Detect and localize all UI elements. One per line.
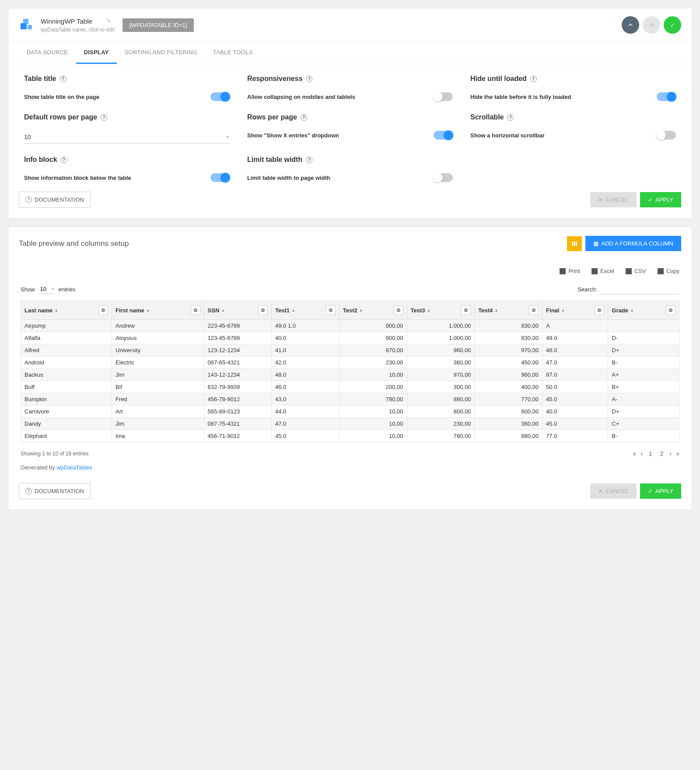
table-cell: 900,00	[339, 320, 407, 332]
edit-name-icon[interactable]: ✎	[106, 18, 112, 24]
page-last[interactable]: »	[676, 450, 679, 457]
setting-rows-per-page-label: Rows per page	[247, 113, 297, 121]
help-icon[interactable]: ?	[101, 114, 107, 121]
table-name-input[interactable]	[41, 18, 102, 25]
column-header[interactable]: SSN▲⚙	[204, 301, 271, 320]
column-header[interactable]: Test3▲⚙	[407, 301, 475, 320]
table-cell: 830,00	[475, 332, 542, 344]
default-rows-select[interactable]: 10▼	[24, 131, 230, 144]
column-settings-icon[interactable]: ⚙	[595, 305, 604, 315]
export-excel[interactable]: Excel	[592, 268, 614, 274]
column-header[interactable]: Test1▲⚙	[272, 301, 340, 320]
table-cell: 45.0	[542, 418, 608, 430]
table-cell: 087-65-4321	[204, 357, 271, 369]
toggle-scrollable[interactable]	[657, 131, 676, 140]
toggle-responsiveness[interactable]	[434, 92, 453, 101]
column-settings-icon[interactable]: ⚙	[461, 305, 471, 315]
table-cell: 960,00	[407, 344, 475, 357]
table-row: BackusJim143-12-123448.010,00970,00960,0…	[21, 369, 679, 381]
table-row: AlfalfaAloysius123-45-678940.0900,001.00…	[21, 332, 679, 344]
column-settings-icon[interactable]: ⚙	[191, 305, 200, 315]
documentation-button[interactable]: ?DOCUMENTATION	[19, 483, 91, 499]
toggle-hide-loaded[interactable]	[657, 92, 676, 101]
search-input[interactable]	[601, 284, 679, 294]
table-cell: 800,00	[407, 406, 475, 418]
search-label: Search:	[578, 286, 597, 293]
apply-button[interactable]: ✓ APPLY	[640, 483, 681, 499]
table-cell: 10,00	[339, 406, 407, 418]
table-cell: 087-75-4321	[204, 418, 271, 430]
chevron-down-icon: ▼	[225, 135, 230, 140]
table-cell: 46.0	[272, 381, 340, 393]
column-settings-icon[interactable]: ⚙	[326, 305, 336, 315]
sort-icon: ▲	[291, 308, 295, 312]
column-settings-icon[interactable]: ⚙	[98, 305, 108, 315]
cancel-button[interactable]: ✕ CANCEL	[590, 192, 637, 207]
help-icon[interactable]: ?	[306, 157, 312, 163]
table-cell: 47.0	[542, 357, 608, 369]
page-2[interactable]: 2	[658, 449, 665, 458]
columns-button[interactable]	[567, 236, 582, 251]
column-header[interactable]: Test4▲⚙	[475, 301, 542, 320]
generated-link[interactable]: wpDataTables	[56, 464, 92, 471]
close-button[interactable]: ✕	[643, 16, 660, 34]
table-row: CarnivoreArt565-89-012344.010,00800,0060…	[21, 406, 679, 418]
pagination: « ‹ 1 2 › »	[633, 449, 679, 458]
setting-table-title-desc: Show table title on the page	[24, 94, 99, 100]
help-icon[interactable]: ?	[306, 76, 312, 82]
csv-icon	[626, 268, 632, 274]
column-header[interactable]: Test2▲⚙	[339, 301, 407, 320]
column-settings-icon[interactable]: ⚙	[666, 305, 676, 315]
table-cell: Elephant	[21, 430, 112, 442]
sort-icon: ▲	[494, 308, 498, 312]
tab-display[interactable]: DISPLAY	[76, 42, 117, 64]
page-1[interactable]: 1	[647, 449, 654, 458]
toggle-table-title[interactable]	[210, 92, 230, 101]
tab-sorting-filtering[interactable]: SORTING AND FILTERING	[117, 42, 205, 64]
toggle-info-block[interactable]	[210, 173, 230, 182]
table-cell: 40.0	[272, 332, 340, 344]
column-settings-icon[interactable]: ⚙	[258, 305, 268, 315]
column-settings-icon[interactable]: ⚙	[394, 305, 403, 315]
cancel-button[interactable]: ✕ CANCEL	[590, 483, 637, 499]
column-header[interactable]: First name▲⚙	[112, 301, 204, 320]
page-first[interactable]: «	[633, 450, 636, 457]
column-settings-icon[interactable]: ⚙	[529, 305, 539, 315]
help-icon[interactable]: ?	[507, 114, 514, 121]
excel-icon	[592, 268, 598, 274]
help-icon[interactable]: ?	[301, 114, 307, 121]
table-cell: Buff	[21, 381, 112, 393]
column-header[interactable]: Grade▲⚙	[608, 301, 679, 320]
export-copy[interactable]: Copy	[658, 268, 679, 274]
documentation-button[interactable]: ?DOCUMENTATION	[19, 192, 91, 208]
apply-button[interactable]: ✓ APPLY	[640, 192, 681, 207]
export-print[interactable]: Print	[560, 268, 580, 274]
help-icon[interactable]: ?	[530, 76, 537, 82]
table-cell: 42.0	[272, 357, 340, 369]
collapse-button[interactable]	[622, 16, 639, 34]
help-icon: ?	[25, 488, 32, 494]
toggle-limit-width[interactable]	[434, 173, 453, 182]
generated-by: Generated by wpDataTables	[8, 460, 692, 479]
column-header[interactable]: Final▲⚙	[542, 301, 608, 320]
add-formula-button[interactable]: ▦ ADD A FORMULA COLUMN	[585, 236, 681, 251]
page-prev[interactable]: ‹	[640, 450, 643, 457]
table-cell: 900,00	[339, 332, 407, 344]
export-csv[interactable]: CSV	[626, 268, 646, 274]
sort-icon: ▲	[630, 308, 634, 312]
page-next[interactable]: ›	[670, 450, 672, 457]
setting-responsiveness-label: Responsiveness	[247, 75, 302, 83]
toggle-rows-per-page[interactable]	[434, 131, 453, 140]
help-icon[interactable]: ?	[60, 76, 66, 82]
apply-circle-button[interactable]: ✓	[664, 16, 681, 34]
table-cell: 970,00	[407, 369, 475, 381]
tab-data-source[interactable]: DATA SOURCE	[19, 42, 76, 64]
svg-rect-5	[576, 242, 577, 246]
svg-rect-4	[574, 242, 575, 246]
table-cell: 1.000,00	[407, 320, 475, 332]
table-cell: Airpump	[21, 320, 112, 332]
table-cell: A+	[608, 369, 679, 381]
column-header[interactable]: Last name▲⚙	[21, 301, 112, 320]
tab-table-tools[interactable]: TABLE TOOLS	[205, 42, 261, 64]
help-icon[interactable]: ?	[61, 157, 67, 163]
